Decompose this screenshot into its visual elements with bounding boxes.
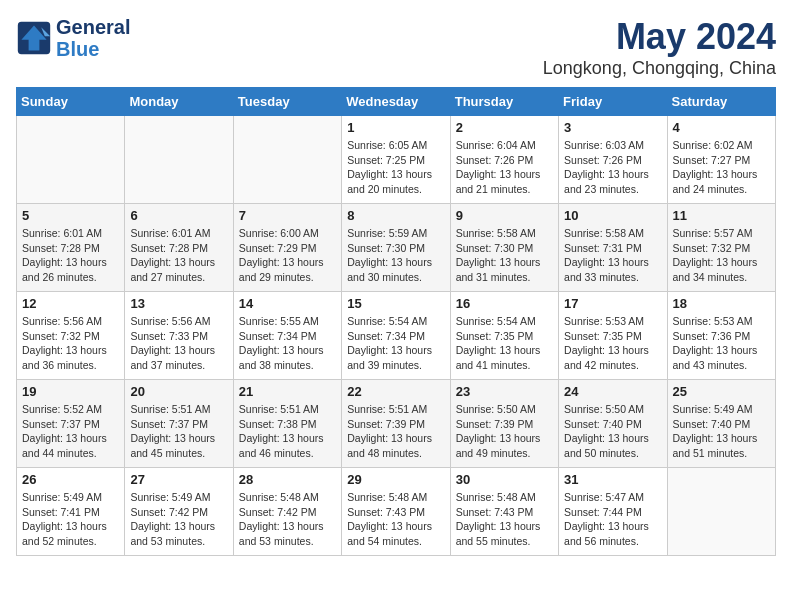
cell-sun-info: Sunrise: 5:53 AM Sunset: 7:35 PM Dayligh… (564, 314, 661, 373)
day-header-monday: Monday (125, 88, 233, 116)
calendar-cell: 17Sunrise: 5:53 AM Sunset: 7:35 PM Dayli… (559, 292, 667, 380)
day-number: 7 (239, 208, 336, 223)
cell-sun-info: Sunrise: 5:52 AM Sunset: 7:37 PM Dayligh… (22, 402, 119, 461)
day-number: 11 (673, 208, 770, 223)
day-number: 18 (673, 296, 770, 311)
cell-sun-info: Sunrise: 6:00 AM Sunset: 7:29 PM Dayligh… (239, 226, 336, 285)
day-number: 29 (347, 472, 444, 487)
calendar-cell: 26Sunrise: 5:49 AM Sunset: 7:41 PM Dayli… (17, 468, 125, 556)
cell-sun-info: Sunrise: 5:56 AM Sunset: 7:33 PM Dayligh… (130, 314, 227, 373)
cell-sun-info: Sunrise: 6:04 AM Sunset: 7:26 PM Dayligh… (456, 138, 553, 197)
page-header: General Blue May 2024 Longkong, Chongqin… (16, 16, 776, 79)
calendar-cell: 28Sunrise: 5:48 AM Sunset: 7:42 PM Dayli… (233, 468, 341, 556)
day-number: 12 (22, 296, 119, 311)
cell-sun-info: Sunrise: 5:57 AM Sunset: 7:32 PM Dayligh… (673, 226, 770, 285)
day-number: 14 (239, 296, 336, 311)
cell-sun-info: Sunrise: 6:02 AM Sunset: 7:27 PM Dayligh… (673, 138, 770, 197)
week-row-1: 5Sunrise: 6:01 AM Sunset: 7:28 PM Daylig… (17, 204, 776, 292)
cell-sun-info: Sunrise: 5:55 AM Sunset: 7:34 PM Dayligh… (239, 314, 336, 373)
calendar-cell: 24Sunrise: 5:50 AM Sunset: 7:40 PM Dayli… (559, 380, 667, 468)
calendar-cell: 21Sunrise: 5:51 AM Sunset: 7:38 PM Dayli… (233, 380, 341, 468)
day-number: 21 (239, 384, 336, 399)
day-number: 23 (456, 384, 553, 399)
calendar-cell: 1Sunrise: 6:05 AM Sunset: 7:25 PM Daylig… (342, 116, 450, 204)
calendar-cell: 19Sunrise: 5:52 AM Sunset: 7:37 PM Dayli… (17, 380, 125, 468)
day-header-wednesday: Wednesday (342, 88, 450, 116)
calendar-header-row: SundayMondayTuesdayWednesdayThursdayFrid… (17, 88, 776, 116)
cell-sun-info: Sunrise: 5:54 AM Sunset: 7:34 PM Dayligh… (347, 314, 444, 373)
calendar-cell (17, 116, 125, 204)
calendar-cell: 6Sunrise: 6:01 AM Sunset: 7:28 PM Daylig… (125, 204, 233, 292)
calendar-cell: 14Sunrise: 5:55 AM Sunset: 7:34 PM Dayli… (233, 292, 341, 380)
cell-sun-info: Sunrise: 5:49 AM Sunset: 7:42 PM Dayligh… (130, 490, 227, 549)
day-number: 6 (130, 208, 227, 223)
calendar-cell: 5Sunrise: 6:01 AM Sunset: 7:28 PM Daylig… (17, 204, 125, 292)
calendar-cell: 23Sunrise: 5:50 AM Sunset: 7:39 PM Dayli… (450, 380, 558, 468)
cell-sun-info: Sunrise: 5:48 AM Sunset: 7:42 PM Dayligh… (239, 490, 336, 549)
month-year-title: May 2024 (543, 16, 776, 58)
day-number: 1 (347, 120, 444, 135)
calendar-cell: 11Sunrise: 5:57 AM Sunset: 7:32 PM Dayli… (667, 204, 775, 292)
day-header-sunday: Sunday (17, 88, 125, 116)
calendar-cell: 8Sunrise: 5:59 AM Sunset: 7:30 PM Daylig… (342, 204, 450, 292)
day-number: 5 (22, 208, 119, 223)
day-number: 10 (564, 208, 661, 223)
cell-sun-info: Sunrise: 5:48 AM Sunset: 7:43 PM Dayligh… (347, 490, 444, 549)
week-row-0: 1Sunrise: 6:05 AM Sunset: 7:25 PM Daylig… (17, 116, 776, 204)
cell-sun-info: Sunrise: 5:48 AM Sunset: 7:43 PM Dayligh… (456, 490, 553, 549)
day-header-thursday: Thursday (450, 88, 558, 116)
calendar-cell: 10Sunrise: 5:58 AM Sunset: 7:31 PM Dayli… (559, 204, 667, 292)
cell-sun-info: Sunrise: 5:50 AM Sunset: 7:40 PM Dayligh… (564, 402, 661, 461)
calendar-cell: 18Sunrise: 5:53 AM Sunset: 7:36 PM Dayli… (667, 292, 775, 380)
day-number: 2 (456, 120, 553, 135)
cell-sun-info: Sunrise: 6:03 AM Sunset: 7:26 PM Dayligh… (564, 138, 661, 197)
calendar-cell: 25Sunrise: 5:49 AM Sunset: 7:40 PM Dayli… (667, 380, 775, 468)
calendar-cell: 27Sunrise: 5:49 AM Sunset: 7:42 PM Dayli… (125, 468, 233, 556)
week-row-4: 26Sunrise: 5:49 AM Sunset: 7:41 PM Dayli… (17, 468, 776, 556)
calendar-cell: 4Sunrise: 6:02 AM Sunset: 7:27 PM Daylig… (667, 116, 775, 204)
cell-sun-info: Sunrise: 5:56 AM Sunset: 7:32 PM Dayligh… (22, 314, 119, 373)
cell-sun-info: Sunrise: 5:51 AM Sunset: 7:38 PM Dayligh… (239, 402, 336, 461)
day-number: 15 (347, 296, 444, 311)
day-header-tuesday: Tuesday (233, 88, 341, 116)
calendar-cell: 30Sunrise: 5:48 AM Sunset: 7:43 PM Dayli… (450, 468, 558, 556)
calendar-cell: 22Sunrise: 5:51 AM Sunset: 7:39 PM Dayli… (342, 380, 450, 468)
calendar-cell: 16Sunrise: 5:54 AM Sunset: 7:35 PM Dayli… (450, 292, 558, 380)
day-number: 22 (347, 384, 444, 399)
calendar-cell: 7Sunrise: 6:00 AM Sunset: 7:29 PM Daylig… (233, 204, 341, 292)
calendar-cell: 15Sunrise: 5:54 AM Sunset: 7:34 PM Dayli… (342, 292, 450, 380)
cell-sun-info: Sunrise: 5:54 AM Sunset: 7:35 PM Dayligh… (456, 314, 553, 373)
calendar-title-block: May 2024 Longkong, Chongqing, China (543, 16, 776, 79)
day-number: 20 (130, 384, 227, 399)
calendar-cell: 31Sunrise: 5:47 AM Sunset: 7:44 PM Dayli… (559, 468, 667, 556)
calendar-cell (233, 116, 341, 204)
calendar-table: SundayMondayTuesdayWednesdayThursdayFrid… (16, 87, 776, 556)
cell-sun-info: Sunrise: 5:50 AM Sunset: 7:39 PM Dayligh… (456, 402, 553, 461)
day-header-friday: Friday (559, 88, 667, 116)
day-number: 24 (564, 384, 661, 399)
day-number: 28 (239, 472, 336, 487)
calendar-cell: 29Sunrise: 5:48 AM Sunset: 7:43 PM Dayli… (342, 468, 450, 556)
day-number: 3 (564, 120, 661, 135)
cell-sun-info: Sunrise: 5:49 AM Sunset: 7:40 PM Dayligh… (673, 402, 770, 461)
logo-blue: Blue (56, 38, 130, 60)
calendar-cell: 12Sunrise: 5:56 AM Sunset: 7:32 PM Dayli… (17, 292, 125, 380)
location-subtitle: Longkong, Chongqing, China (543, 58, 776, 79)
day-number: 25 (673, 384, 770, 399)
cell-sun-info: Sunrise: 6:01 AM Sunset: 7:28 PM Dayligh… (22, 226, 119, 285)
day-number: 30 (456, 472, 553, 487)
cell-sun-info: Sunrise: 6:01 AM Sunset: 7:28 PM Dayligh… (130, 226, 227, 285)
logo-icon (16, 20, 52, 56)
day-number: 19 (22, 384, 119, 399)
week-row-3: 19Sunrise: 5:52 AM Sunset: 7:37 PM Dayli… (17, 380, 776, 468)
day-number: 17 (564, 296, 661, 311)
cell-sun-info: Sunrise: 5:53 AM Sunset: 7:36 PM Dayligh… (673, 314, 770, 373)
day-header-saturday: Saturday (667, 88, 775, 116)
week-row-2: 12Sunrise: 5:56 AM Sunset: 7:32 PM Dayli… (17, 292, 776, 380)
calendar-cell (125, 116, 233, 204)
day-number: 4 (673, 120, 770, 135)
day-number: 8 (347, 208, 444, 223)
cell-sun-info: Sunrise: 5:51 AM Sunset: 7:39 PM Dayligh… (347, 402, 444, 461)
day-number: 13 (130, 296, 227, 311)
calendar-cell: 13Sunrise: 5:56 AM Sunset: 7:33 PM Dayli… (125, 292, 233, 380)
